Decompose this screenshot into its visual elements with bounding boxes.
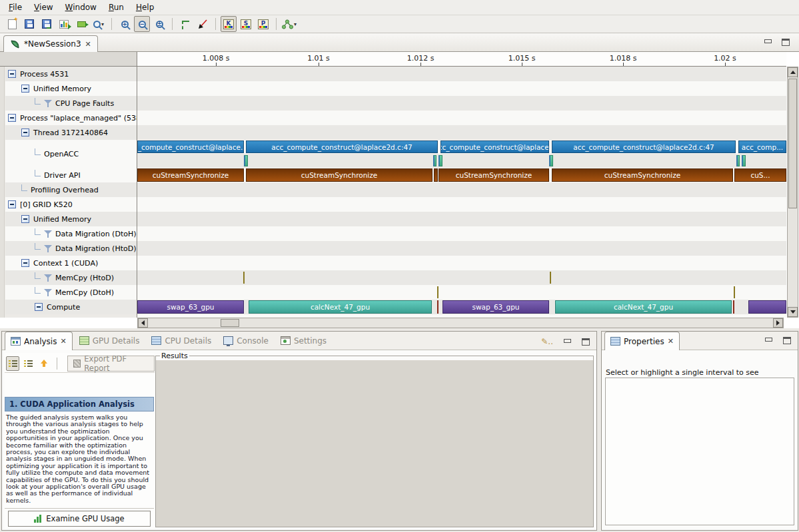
tree-row-unified-memory[interactable]: Unified Memory: [5, 81, 137, 96]
menu-view[interactable]: View: [28, 1, 59, 14]
memcpy-htod-tick[interactable]: [243, 272, 245, 284]
examine-gpu-usage-button[interactable]: Examine GPU Usage: [8, 511, 151, 527]
compute-interval[interactable]: calcNext_47_gpu: [249, 300, 432, 314]
tree-row-compute[interactable]: Compute: [5, 300, 137, 314]
tab-console[interactable]: Console: [218, 332, 274, 350]
close-icon[interactable]: [85, 40, 91, 49]
driver-api-interval[interactable]: cuStreamSynchronize: [137, 168, 244, 182]
tab-cpu-details[interactable]: CPU Details: [146, 332, 217, 350]
compute-interval[interactable]: swap_63_gpu: [442, 300, 549, 314]
openacc-launch-tick[interactable]: [736, 155, 740, 166]
guided-analysis-toggle[interactable]: [6, 356, 19, 371]
tree-row-process-4531[interactable]: Process 4531: [5, 67, 137, 81]
scroll-left-button[interactable]: [138, 318, 148, 328]
menu-file[interactable]: File: [3, 1, 28, 14]
collapse-minus-icon[interactable]: [8, 114, 16, 122]
tab-settings[interactable]: Settings: [275, 332, 332, 350]
save-icon[interactable]: [21, 16, 37, 32]
tree-row-0-grid-k520[interactable]: [0] GRID K520: [5, 197, 137, 212]
tree-row-process-laplace-managed-538[interactable]: Process "laplace_managed" (538): [5, 111, 137, 125]
snap-to-interval-icon[interactable]: [177, 16, 193, 32]
tree-row-data-migration-htod[interactable]: Data Migration (HtoD): [5, 241, 137, 256]
tab-gpu-details[interactable]: GPU Details: [74, 332, 145, 350]
tab-properties[interactable]: Properties: [604, 332, 680, 350]
driver-api-interval[interactable]: cuStreamSynchronize: [552, 168, 733, 182]
compute-interval[interactable]: [748, 300, 786, 314]
minimize-icon[interactable]: [563, 338, 572, 346]
memcpy-htod-tick[interactable]: [550, 272, 551, 284]
memcpy-dtoh-tick[interactable]: [734, 286, 735, 298]
back-up-button[interactable]: [37, 356, 51, 371]
menu-help[interactable]: Help: [130, 1, 160, 14]
dependency-analysis-icon[interactable]: ▾: [281, 16, 297, 32]
openacc-interval[interactable]: acc_compute_construct@laplace2d.c:47: [552, 140, 736, 153]
compute-interval[interactable]: [733, 300, 734, 314]
compute-interval[interactable]: calcNext_47_gpu: [555, 300, 732, 314]
compute-interval[interactable]: [437, 300, 438, 314]
close-icon[interactable]: [668, 337, 674, 346]
tree-row-cpu-page-faults[interactable]: CPU Page Faults: [5, 96, 137, 111]
collapse-minus-icon[interactable]: [21, 215, 29, 223]
close-icon[interactable]: [60, 337, 66, 346]
maximize-icon[interactable]: [783, 337, 791, 344]
driver-api-interval[interactable]: cuStreamSynchronize: [246, 168, 432, 182]
session-tab[interactable]: *NewSession3: [3, 35, 98, 52]
tree-row-driver-api[interactable]: Driver API: [5, 168, 137, 182]
zoom-menu-icon[interactable]: ▾: [91, 16, 107, 32]
run-summary-icon[interactable]: [73, 16, 89, 32]
collapse-minus-icon[interactable]: [21, 85, 29, 93]
vertical-scrollbar[interactable]: [787, 67, 798, 318]
tree-row-data-migration-dtoh[interactable]: Data Migration (DtoH): [5, 226, 137, 241]
minimize-icon[interactable]: [764, 337, 773, 344]
export-pdf-report-button[interactable]: Export PDF Report: [67, 356, 155, 372]
openacc-launch-tick[interactable]: [549, 155, 553, 166]
horizontal-scroll-thumb[interactable]: [221, 319, 239, 327]
collapse-minus-icon[interactable]: [8, 200, 16, 208]
compute-interval[interactable]: swap_63_gpu: [137, 300, 244, 314]
driver-api-interval[interactable]: cuS...: [734, 168, 786, 182]
collapse-minus-icon[interactable]: [21, 129, 29, 136]
openacc-launch-tick[interactable]: [438, 155, 442, 166]
zoom-in-icon[interactable]: +: [117, 16, 133, 32]
collapse-minus-icon[interactable]: [8, 70, 16, 78]
openacc-interval[interactable]: c_compute_construct@laplace...: [137, 140, 244, 153]
driver-api-interval[interactable]: cuStreamSynchronize: [438, 168, 549, 182]
minimize-icon[interactable]: [764, 39, 772, 46]
openacc-launch-tick[interactable]: [742, 155, 746, 166]
process-mode-icon[interactable]: P: [255, 16, 271, 32]
openacc-launch-tick[interactable]: [433, 155, 436, 166]
tree-row-memcpy-dtoh[interactable]: MemCpy (DtoH): [5, 285, 137, 300]
kernel-mode-icon[interactable]: K: [221, 16, 237, 32]
scroll-down-button[interactable]: [788, 307, 798, 317]
driver-api-interval[interactable]: [434, 168, 438, 182]
zoom-out-icon[interactable]: −: [134, 16, 150, 32]
tree-row-openacc[interactable]: OpenACC: [5, 140, 137, 168]
collapse-minus-icon[interactable]: [35, 303, 43, 311]
new-session-icon[interactable]: [4, 16, 20, 32]
openacc-interval[interactable]: acc_compute_construct@laplace2d.c:47: [246, 140, 438, 153]
tree-row-profiling-overhead[interactable]: Profiling Overhead: [5, 182, 137, 197]
scroll-right-button[interactable]: [773, 318, 783, 328]
tree-row-context-1-cuda[interactable]: Context 1 (CUDA): [5, 256, 137, 270]
menu-run[interactable]: Run: [103, 1, 130, 14]
menu-window[interactable]: Window: [59, 1, 103, 14]
tree-row-unified-memory[interactable]: Unified Memory: [5, 212, 137, 226]
view-menu-icon[interactable]: [541, 337, 553, 346]
openacc-interval[interactable]: acc_comp...: [738, 140, 786, 153]
collapse-minus-icon[interactable]: [21, 259, 29, 267]
horizontal-scrollbar[interactable]: [137, 318, 784, 328]
maximize-icon[interactable]: [582, 338, 590, 346]
memcpy-dtoh-tick[interactable]: [437, 286, 438, 298]
goto-marker-icon[interactable]: [195, 16, 211, 32]
tree-row-memcpy-htod[interactable]: MemCpy (HtoD): [5, 270, 137, 285]
stream-mode-icon[interactable]: S: [238, 16, 254, 32]
scroll-up-button[interactable]: [788, 67, 798, 77]
tree-row-thread-3172140864[interactable]: Thread 3172140864: [5, 125, 137, 140]
tab-analysis[interactable]: Analysis: [5, 332, 73, 350]
openacc-launch-tick[interactable]: [244, 155, 248, 166]
maximize-icon[interactable]: [782, 39, 790, 46]
vertical-scroll-thumb[interactable]: [788, 79, 797, 208]
openacc-interval[interactable]: acc_compute_construct@laplace...: [440, 140, 549, 153]
zoom-fit-icon[interactable]: ±: [151, 16, 167, 32]
unguided-analysis-toggle[interactable]: [21, 356, 35, 371]
